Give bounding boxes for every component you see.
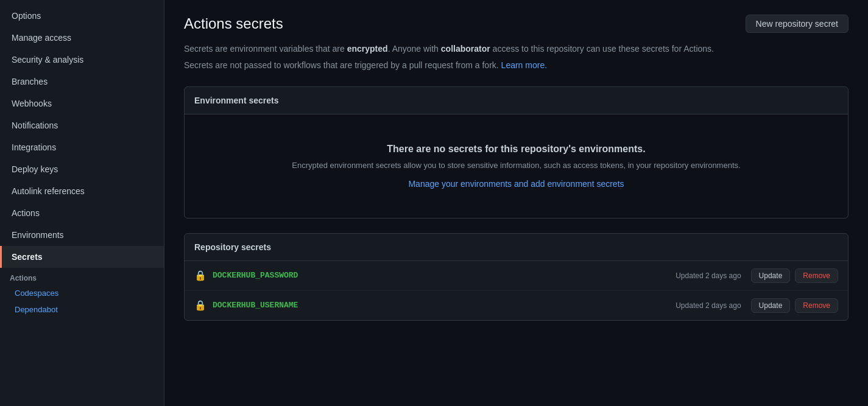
desc2-before: Secrets are not passed to workflows that… [184,60,501,70]
secret-right-dockerhub-username: Updated 2 days ago Update Remove [676,298,838,313]
update-dockerhub-username-button[interactable]: Update [751,298,791,313]
lock-icon: 🔒 [194,270,206,281]
sidebar-item-secrets[interactable]: Secrets [0,246,164,268]
sidebar-link-dependabot[interactable]: Dependabot [0,301,164,318]
sidebar-item-options[interactable]: Options [0,5,164,27]
description-line2: Secrets are not passed to workflows that… [184,59,849,72]
remove-dockerhub-username-button[interactable]: Remove [795,298,838,313]
repository-secrets-header: Repository secrets [185,234,848,261]
sidebar-item-notifications[interactable]: Notifications [0,114,164,136]
sidebar-item-security-analysis[interactable]: Security & analysis [0,49,164,71]
secret-name-dockerhub-password: DOCKERHUB_PASSWORD [213,271,298,280]
sidebar-item-autolink-references[interactable]: Autolink references [0,180,164,202]
environment-secrets-header: Environment secrets [185,87,848,114]
update-dockerhub-password-button[interactable]: Update [751,268,791,283]
sidebar-item-branches[interactable]: Branches [0,71,164,93]
page-header: Actions secrets New repository secret [184,15,849,33]
description-line1: Secrets are environment variables that a… [184,43,849,55]
environment-secrets-section: Environment secrets There are no secrets… [184,86,849,219]
new-repository-secret-button[interactable]: New repository secret [746,15,849,33]
desc1-before: Secrets are environment variables that a… [184,44,347,54]
sidebar-item-actions[interactable]: Actions [0,202,164,224]
learn-more-link[interactable]: Learn more. [501,60,547,70]
main-content: Actions secrets New repository secret Se… [164,0,868,406]
table-row: 🔒 DOCKERHUB_PASSWORD Updated 2 days ago … [185,261,848,291]
desc1-after: access to this repository can use these … [490,44,714,54]
empty-state-desc: Encrypted environment secrets allow you … [199,159,833,172]
secret-updated-dockerhub-username: Updated 2 days ago [676,301,741,310]
remove-dockerhub-password-button[interactable]: Remove [795,268,838,283]
secret-left-dockerhub-username: 🔒 DOCKERHUB_USERNAME [194,299,298,311]
sidebar-link-codespaces[interactable]: Codespaces [0,285,164,301]
secret-left-dockerhub-password: 🔒 DOCKERHUB_PASSWORD [194,270,298,281]
repository-secrets-section: Repository secrets 🔒 DOCKERHUB_PASSWORD … [184,233,849,321]
lock-icon: 🔒 [194,299,206,311]
secret-name-dockerhub-username: DOCKERHUB_USERNAME [213,301,298,310]
sidebar-item-integrations[interactable]: Integrations [0,136,164,158]
desc1-collaborator: collaborator [441,44,490,54]
empty-state-title: There are no secrets for this repository… [199,144,833,155]
desc1-encrypted: encrypted [347,44,388,54]
sidebar-item-manage-access[interactable]: Manage access [0,27,164,49]
sidebar-item-environments[interactable]: Environments [0,224,164,246]
desc1-mid: . Anyone with [388,44,441,54]
table-row: 🔒 DOCKERHUB_USERNAME Updated 2 days ago … [185,291,848,320]
sidebar-section-actions-label: Actions [0,268,164,285]
environment-secrets-empty: There are no secrets for this repository… [185,114,848,218]
secret-updated-dockerhub-password: Updated 2 days ago [676,271,741,280]
secret-right-dockerhub-password: Updated 2 days ago Update Remove [676,268,838,283]
sidebar-item-deploy-keys[interactable]: Deploy keys [0,158,164,180]
manage-environments-link[interactable]: Manage your environments and add environ… [408,179,624,189]
page-title: Actions secrets [184,15,283,32]
sidebar-item-webhooks[interactable]: Webhooks [0,93,164,114]
sidebar: Options Manage access Security & analysi… [0,0,164,406]
